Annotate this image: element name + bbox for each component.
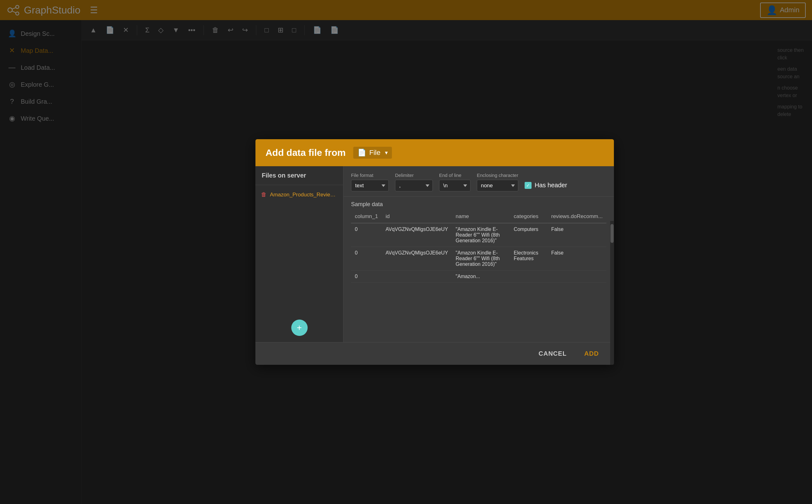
cell-name: "Amazon Kindle E-Reader 6"" Wifi (8th Ge…	[452, 247, 510, 271]
dialog-body: Files on server 🗑 Amazon_Products_Review…	[255, 166, 614, 342]
col-header-name: name	[452, 210, 510, 223]
file-format-label: File format	[351, 173, 389, 178]
enclosing-char-group: Enclosing character none " '	[477, 173, 518, 191]
format-row: File format text csv json parquet Delimi…	[343, 166, 614, 197]
cell-id	[382, 271, 452, 283]
has-header-checkbox[interactable]: ✓	[524, 182, 531, 189]
cell-id: AVqVGZNvQMlgsOJE6eUY	[382, 223, 452, 247]
cell-reviews: False	[547, 247, 606, 271]
dialog-title: Add data file from	[266, 147, 346, 158]
cell-column1: 0	[351, 271, 382, 283]
file-format-select[interactable]: text csv json parquet	[351, 180, 389, 191]
enclosing-char-select[interactable]: none " '	[477, 180, 518, 191]
file-item[interactable]: 🗑 Amazon_Products_Reviews.c...	[255, 188, 343, 202]
table-row: 0 AVqVGZNvQMlgsOJE6eUY "Amazon Kindle E-…	[351, 247, 606, 271]
delimiter-group: Delimiter , ; |	[395, 173, 433, 191]
has-header-group: ✓ Has header	[524, 182, 567, 189]
cell-categories: Computers	[510, 223, 547, 247]
table-row: 0 AVqVGZNvQMlgsOJE6eUY "Amazon Kindle E-…	[351, 223, 606, 247]
files-panel: Files on server 🗑 Amazon_Products_Review…	[255, 166, 343, 342]
enclosing-char-label: Enclosing character	[477, 173, 518, 178]
cell-column1: 0	[351, 223, 382, 247]
sample-data-table: column_1 id name categories reviews.doRe…	[351, 210, 606, 283]
cancel-button[interactable]: CANCEL	[534, 348, 572, 360]
col-header-categories: categories	[510, 210, 547, 223]
end-of-line-label: End of line	[439, 173, 470, 178]
cell-column1: 0	[351, 247, 382, 271]
file-name: Amazon_Products_Reviews.c...	[270, 192, 337, 198]
cell-name: "Amazon Kindle E-Reader 6"" Wifi (8th Ge…	[452, 223, 510, 247]
cell-reviews: False	[547, 223, 606, 247]
add-button[interactable]: ADD	[579, 348, 604, 360]
cell-name: "Amazon...	[452, 271, 510, 283]
end-of-line-select[interactable]: \n \r\n \r	[439, 180, 470, 191]
col-header-reviews: reviews.doRecomm...	[547, 210, 606, 223]
end-of-line-group: End of line \n \r\n \r	[439, 173, 470, 191]
table-row: 0 "Amazon...	[351, 271, 606, 283]
files-on-server-header: Files on server	[255, 166, 343, 185]
delimiter-label: Delimiter	[395, 173, 433, 178]
has-header-label: Has header	[535, 182, 567, 189]
add-data-file-dialog: Add data file from 📄 File ▾ Files on ser…	[255, 139, 614, 365]
source-label: File	[369, 149, 380, 157]
delimiter-select[interactable]: , ; |	[395, 180, 433, 191]
files-list: 🗑 Amazon_Products_Reviews.c...	[255, 185, 343, 315]
sample-data-label: Sample data	[343, 197, 614, 210]
source-select[interactable]: 📄 File ▾	[353, 147, 392, 159]
add-file-button[interactable]: +	[291, 320, 308, 336]
file-delete-icon[interactable]: 🗑	[261, 191, 267, 198]
table-header-row: column_1 id name categories reviews.doRe…	[351, 210, 606, 223]
cell-categories: Electronics Features	[510, 247, 547, 271]
file-source-icon: 📄	[358, 149, 366, 157]
dialog-header: Add data file from 📄 File ▾	[255, 139, 614, 166]
cell-reviews	[547, 271, 606, 283]
cell-id: AVqVGZNvQMlgsOJE6eUY	[382, 247, 452, 271]
dialog-footer: CANCEL ADD	[255, 342, 614, 365]
col-header-column1: column_1	[351, 210, 382, 223]
scrollbar-thumb[interactable]	[611, 224, 614, 243]
file-format-group: File format text csv json parquet	[351, 173, 389, 191]
scrollbar-track[interactable]	[610, 221, 614, 365]
col-header-id: id	[382, 210, 452, 223]
sample-data-table-wrapper[interactable]: column_1 id name categories reviews.doRe…	[343, 210, 614, 342]
config-panel: File format text csv json parquet Delimi…	[343, 166, 614, 342]
cell-categories	[510, 271, 547, 283]
chevron-down-icon: ▾	[385, 149, 388, 156]
